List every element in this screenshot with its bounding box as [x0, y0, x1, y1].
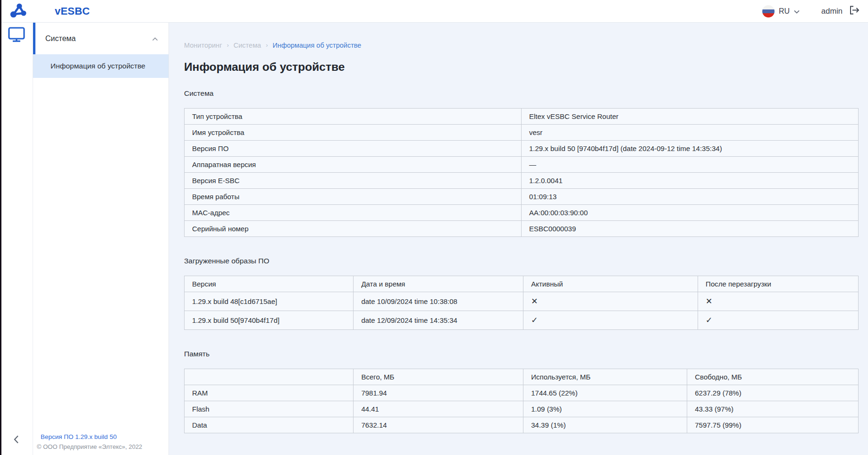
- sidebar-section-system[interactable]: Система: [33, 23, 169, 54]
- memory-name-cell: Data: [185, 417, 354, 433]
- system-row-label: Серийный номер: [185, 221, 522, 237]
- system-row-label: MAC-адрес: [185, 205, 522, 221]
- system-row-value: AA:00:00:03:90:00: [522, 205, 859, 221]
- system-row-value: 1.29.x build 50 [9740b4f17d] (date 2024-…: [522, 141, 859, 157]
- system-table-row: MAC-адресAA:00:00:03:90:00: [185, 205, 859, 221]
- breadcrumb-item[interactable]: Мониторинг: [184, 42, 222, 49]
- chevron-up-icon: [152, 34, 158, 43]
- section-title-memory: Память: [184, 350, 859, 358]
- memory-header-row: Всего, МБИспользуется, МБСвободно, МБ: [185, 369, 859, 385]
- content-area: Мониторинг›Система›Информация об устройс…: [169, 23, 868, 455]
- app-logo[interactable]: [1, 2, 34, 20]
- username-label: admin: [821, 7, 843, 16]
- images-column-header: Дата и время: [354, 276, 523, 292]
- memory-column-header: Всего, МБ: [354, 369, 523, 385]
- memory-column-header: Свободно, МБ: [687, 369, 859, 385]
- memory-name-cell: RAM: [185, 385, 354, 401]
- image-version-cell: 1.29.x build 50[9740b4f17d]: [185, 311, 354, 330]
- chevron-left-icon: [14, 435, 19, 446]
- memory-free-cell: 7597.75 (99%): [687, 417, 859, 433]
- sidebar-section-label: Система: [45, 34, 76, 43]
- image-datetime-cell: date 12/09/2024 time 14:35:34: [354, 311, 523, 330]
- section-title-system: Система: [184, 89, 859, 98]
- memory-table-row: Flash44.411.09 (3%)43.33 (97%): [185, 401, 859, 417]
- memory-used-cell: 34.39 (1%): [523, 417, 687, 433]
- images-column-header: Активный: [523, 276, 698, 292]
- memory-column-header: Используется, МБ: [523, 369, 687, 385]
- breadcrumb-separator-icon: ›: [266, 42, 268, 49]
- memory-total-cell: 44.41: [354, 401, 523, 417]
- images-column-header: Версия: [185, 276, 354, 292]
- memory-free-cell: 6237.29 (78%): [687, 385, 859, 401]
- images-table: ВерсияДата и времяАктивныйПосле перезагр…: [184, 276, 859, 330]
- memory-table: Всего, МБИспользуется, МБСвободно, МБ RA…: [184, 369, 859, 433]
- image-version-cell: 1.29.x build 48[c1d6715ae]: [185, 292, 354, 311]
- memory-used-cell: 1744.65 (22%): [523, 385, 687, 401]
- system-table-row: Аппаратная версия—: [185, 157, 859, 173]
- images-table-row: 1.29.x build 50[9740b4f17d]date 12/09/20…: [185, 311, 859, 330]
- monitoring-nav-item[interactable]: [0, 26, 33, 45]
- brand-title: vESBC: [55, 5, 90, 17]
- system-row-value: vesr: [522, 125, 859, 141]
- system-table-row: Версия ПО1.29.x build 50 [9740b4f17d] (d…: [185, 141, 859, 157]
- system-table-row: Время работы01:09:13: [185, 189, 859, 205]
- memory-column-header: [185, 369, 354, 385]
- images-table-body: 1.29.x build 48[c1d6715ae]date 10/09/202…: [185, 292, 859, 330]
- image-active-check-icon: ✓: [523, 311, 698, 330]
- system-table-row: Тип устройстваEltex vESBC Service Router: [185, 109, 859, 125]
- main-layout: Система Информация об устройстве Версия …: [0, 23, 868, 455]
- language-code: RU: [779, 7, 790, 16]
- app-header: vESBC RU admin: [0, 0, 868, 23]
- image-active-cross-icon: ✕: [523, 292, 698, 311]
- memory-table-body: RAM7981.941744.65 (22%)6237.29 (78%)Flas…: [185, 385, 859, 433]
- image-reboot-check-icon: ✓: [698, 311, 859, 330]
- language-selector[interactable]: RU: [762, 5, 800, 17]
- molecule-logo-icon: [9, 2, 26, 20]
- memory-free-cell: 43.33 (97%): [687, 401, 859, 417]
- memory-total-cell: 7632.14: [354, 417, 523, 433]
- system-row-label: Аппаратная версия: [185, 157, 522, 173]
- memory-total-cell: 7981.94: [354, 385, 523, 401]
- sidebar-footer: Версия ПО 1.29.x build 50 © ООО Предприя…: [33, 433, 169, 450]
- memory-name-cell: Flash: [185, 401, 354, 417]
- system-row-value: ESBC0000039: [522, 221, 859, 237]
- memory-table-row: RAM7981.941744.65 (22%)6237.29 (78%): [185, 385, 859, 401]
- active-section-stripe: [33, 23, 35, 54]
- copyright-label: © ООО Предприятие «Элтекс», 2022: [37, 443, 164, 450]
- window-edge-strip: [0, 0, 1, 455]
- system-row-label: Версия ПО: [185, 141, 522, 157]
- system-row-value: Eltex vESBC Service Router: [522, 109, 859, 125]
- images-column-header: После перезагрузки: [698, 276, 859, 292]
- icon-rail: [0, 23, 33, 455]
- page-title: Информация об устройстве: [184, 60, 859, 74]
- image-datetime-cell: date 10/09/2024 time 10:38:08: [354, 292, 523, 311]
- images-table-row: 1.29.x build 48[c1d6715ae]date 10/09/202…: [185, 292, 859, 311]
- header-right: RU admin: [762, 5, 868, 17]
- sidebar-collapse-button[interactable]: [0, 435, 33, 446]
- firmware-version-link[interactable]: Версия ПО 1.29.x build 50: [41, 433, 164, 440]
- memory-table-row: Data7632.1434.39 (1%)7597.75 (99%): [185, 417, 859, 433]
- breadcrumb-separator-icon: ›: [227, 42, 228, 49]
- user-menu[interactable]: admin: [821, 5, 860, 17]
- system-table-row: Серийный номерESBC0000039: [185, 221, 859, 237]
- breadcrumb: Мониторинг›Система›Информация об устройс…: [184, 42, 859, 49]
- system-row-value: —: [522, 157, 859, 173]
- breadcrumb-item[interactable]: Информация об устройстве: [273, 42, 362, 49]
- sidebar: Система Информация об устройстве Версия …: [33, 23, 169, 455]
- chevron-down-icon: [794, 7, 800, 16]
- system-table: Тип устройстваEltex vESBC Service Router…: [184, 108, 859, 237]
- logout-icon[interactable]: [849, 5, 860, 17]
- system-table-body: Тип устройстваEltex vESBC Service Router…: [185, 109, 859, 237]
- sidebar-item-device-info[interactable]: Информация об устройстве: [33, 54, 169, 78]
- monitor-icon: [8, 26, 25, 45]
- system-row-label: Имя устройства: [185, 125, 522, 141]
- russia-flag-icon: [762, 5, 775, 17]
- images-header-row: ВерсияДата и времяАктивныйПосле перезагр…: [185, 276, 859, 292]
- system-table-row: Версия E-SBC1.2.0.0041: [185, 173, 859, 189]
- section-title-images: Загруженные образы ПО: [184, 257, 859, 265]
- system-table-row: Имя устройстваvesr: [185, 125, 859, 141]
- breadcrumb-item[interactable]: Система: [234, 42, 261, 49]
- system-row-value: 01:09:13: [522, 189, 859, 205]
- memory-used-cell: 1.09 (3%): [523, 401, 687, 417]
- system-row-value: 1.2.0.0041: [522, 173, 859, 189]
